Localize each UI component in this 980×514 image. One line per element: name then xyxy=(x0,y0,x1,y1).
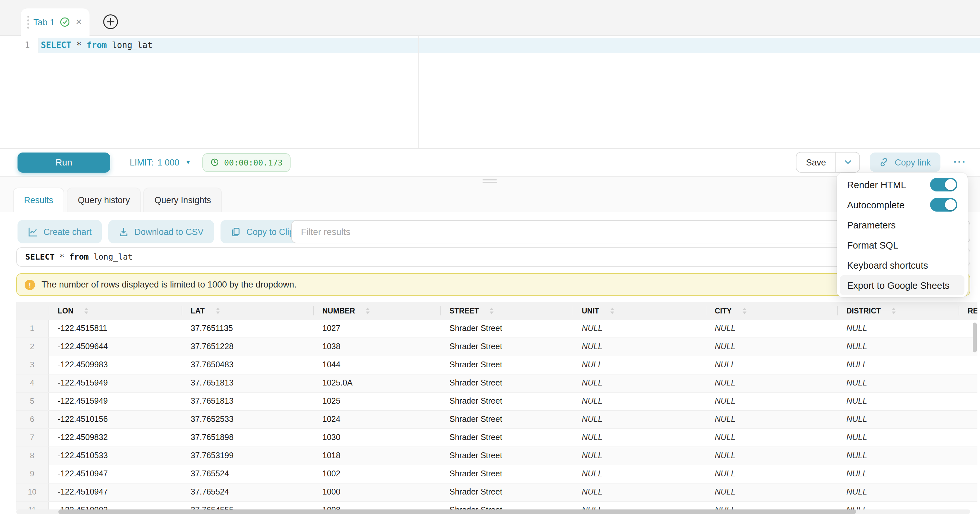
column-header-number[interactable]: NUMBER xyxy=(313,302,441,320)
table-cell: NULL xyxy=(837,338,959,356)
column-header-lon[interactable]: LON xyxy=(49,302,181,320)
table-cell: 37.765524 xyxy=(181,484,313,501)
editor-tab-strip xyxy=(0,0,980,36)
table-cell: Shrader Street xyxy=(441,356,573,374)
row-number: 7 xyxy=(16,429,49,447)
menu-item-format-sql[interactable]: Format SQL xyxy=(840,235,964,255)
table-cell: Shrader Street xyxy=(441,429,573,447)
table-row: 11-122.451090337.76545551008Shrader Stre… xyxy=(16,502,977,510)
drag-handle-icon[interactable] xyxy=(27,16,29,28)
save-button[interactable]: Save xyxy=(796,153,836,172)
limit-value: 1 000 xyxy=(158,157,180,167)
close-tab-icon[interactable]: ✕ xyxy=(76,18,82,27)
menu-item-keyboard-shortcuts[interactable]: Keyboard shortcuts xyxy=(840,255,964,275)
sort-icon xyxy=(84,308,89,314)
table-cell: NULL xyxy=(706,338,837,356)
sql-text: long_lat xyxy=(89,252,133,262)
chevron-down-icon: ▼ xyxy=(185,159,191,166)
row-number: 6 xyxy=(16,411,49,428)
more-options-button[interactable]: ··· xyxy=(953,156,966,169)
tab-query-insights[interactable]: Query Insights xyxy=(144,188,222,212)
sql-text: * xyxy=(54,252,69,262)
results-action-row: Create chart Download to CSV Copy to Cli… xyxy=(18,220,327,243)
copy-link-label: Copy link xyxy=(895,157,931,167)
column-header-city[interactable]: CITY xyxy=(706,302,837,320)
menu-item-render-html[interactable]: Render HTML xyxy=(840,175,964,195)
table-cell: Shrader Street xyxy=(441,484,573,501)
column-header-lat[interactable]: LAT xyxy=(181,302,313,320)
menu-item-autocomplete[interactable]: Autocomplete xyxy=(840,195,964,215)
save-options-chevron[interactable] xyxy=(836,153,860,172)
menu-item-label: Parameters xyxy=(847,220,896,230)
create-chart-button[interactable]: Create chart xyxy=(18,220,102,243)
table-cell: NULL xyxy=(573,429,706,447)
column-header-re[interactable]: RE xyxy=(959,302,977,320)
row-number: 9 xyxy=(16,465,49,483)
link-icon xyxy=(880,157,889,167)
column-header-unit[interactable]: UNIT xyxy=(573,302,706,320)
table-cell: NULL xyxy=(706,393,837,410)
table-row: 8-122.451053337.76531991018Shrader Stree… xyxy=(16,447,977,465)
pane-resize-handle[interactable] xyxy=(482,179,497,183)
row-number: 2 xyxy=(16,338,49,356)
row-number: 3 xyxy=(16,356,49,374)
column-header-street[interactable]: STREET xyxy=(441,302,573,320)
more-options-menu: Render HTML Autocomplete Parameters Form… xyxy=(837,172,968,297)
table-cell: Shrader Street xyxy=(441,411,573,428)
horizontal-scrollbar-thumb[interactable] xyxy=(58,509,856,514)
table-cell: Shrader Street xyxy=(441,393,573,410)
menu-item-label: Export to Google Sheets xyxy=(847,280,950,291)
table-row: 2-122.450964437.76512281038Shrader Stree… xyxy=(16,338,977,356)
table-cell: -122.4515949 xyxy=(49,393,181,410)
editor-tab-active[interactable]: Tab 1 ✕ xyxy=(21,8,89,36)
sort-icon xyxy=(743,308,746,314)
table-cell: NULL xyxy=(837,465,959,483)
table-cell: NULL xyxy=(706,484,837,501)
warning-text: The number of rows displayed is limited … xyxy=(41,280,296,289)
table-cell: NULL xyxy=(837,375,959,392)
table-cell: NULL xyxy=(573,465,706,483)
table-row: 7-122.450983237.76518981030Shrader Stree… xyxy=(16,429,977,447)
table-cell: NULL xyxy=(837,502,959,510)
sort-icon xyxy=(216,308,220,314)
editor-code-line[interactable]: SELECT * from long_lat xyxy=(41,38,153,53)
download-csv-label: Download to CSV xyxy=(135,227,204,236)
tab-query-history[interactable]: Query history xyxy=(67,188,141,212)
horizontal-scrollbar-track[interactable] xyxy=(16,509,970,514)
run-query-button[interactable]: Run xyxy=(18,152,110,172)
table-row: 4-122.451594937.76518131025.0AShrader St… xyxy=(16,375,977,393)
row-number: 10 xyxy=(16,484,49,501)
column-header-label: RE xyxy=(968,307,977,315)
column-header-label: UNIT xyxy=(582,307,599,315)
menu-item-export-google-sheets[interactable]: Export to Google Sheets xyxy=(840,275,964,295)
table-cell: 37.7651135 xyxy=(181,320,313,337)
menu-item-label: Autocomplete xyxy=(847,200,904,210)
row-number: 5 xyxy=(16,393,49,410)
table-cell: 37.7651898 xyxy=(181,429,313,447)
query-duration-value: 00:00:00.173 xyxy=(224,157,283,167)
render-html-toggle[interactable] xyxy=(930,178,957,192)
table-cell: -122.4515949 xyxy=(49,375,181,392)
table-cell: Shrader Street xyxy=(441,375,573,392)
add-tab-button[interactable] xyxy=(102,14,119,30)
table-cell: 1025 xyxy=(313,393,441,410)
column-header-district[interactable]: DISTRICT xyxy=(837,302,959,320)
sql-editor-app: Tab 1 ✕ 1 SELECT * from long_lat Run LIM… xyxy=(0,0,980,514)
table-cell: -122.4510947 xyxy=(49,465,181,483)
results-table: LONLATNUMBERSTREETUNITCITYDISTRICTRE 1-1… xyxy=(16,302,977,510)
menu-item-parameters[interactable]: Parameters xyxy=(840,215,964,235)
table-row: 6-122.451015637.76525331024Shrader Stree… xyxy=(16,411,977,429)
autocomplete-toggle[interactable] xyxy=(930,198,957,212)
limit-dropdown[interactable]: LIMIT: 1 000 ▼ xyxy=(130,157,191,167)
table-cell: 37.7653199 xyxy=(181,447,313,465)
copy-link-button[interactable]: Copy link xyxy=(870,153,940,172)
vertical-scrollbar-thumb[interactable] xyxy=(973,322,977,353)
sql-keyword: from xyxy=(69,252,89,262)
download-csv-button[interactable]: Download to CSV xyxy=(109,220,214,243)
tab-results[interactable]: Results xyxy=(13,188,64,212)
table-cell: Shrader Street xyxy=(441,502,573,510)
executed-query-display: SELECT * from long_lat xyxy=(16,247,970,267)
row-number: 1 xyxy=(16,320,49,337)
table-cell: NULL xyxy=(837,356,959,374)
table-cell: -122.4510533 xyxy=(49,447,181,465)
